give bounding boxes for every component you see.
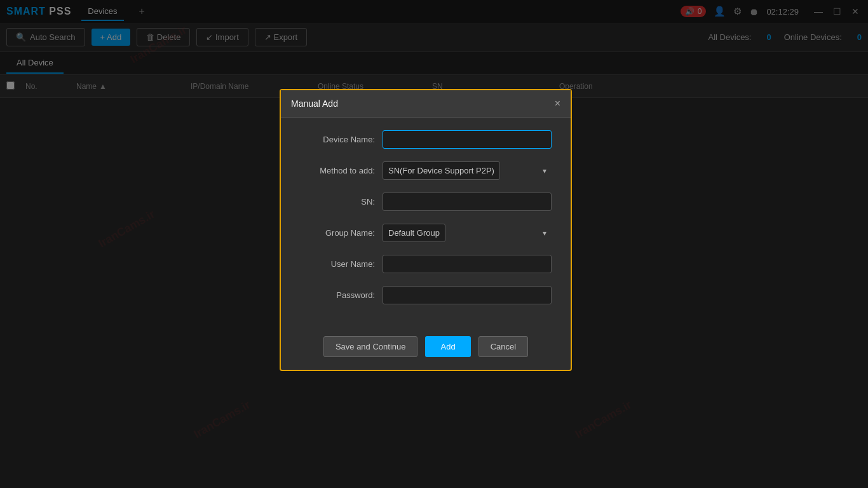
device-name-input[interactable] (383, 130, 552, 149)
cancel-button[interactable]: Cancel (478, 336, 528, 357)
password-label: Password: (300, 290, 383, 300)
group-name-label: Group Name: (300, 228, 383, 238)
sn-label: SN: (300, 197, 383, 207)
password-row: Password: (300, 286, 552, 304)
modal-body: Device Name: Method to add: SN(For Devic… (281, 118, 571, 330)
method-row: Method to add: SN(For Device Support P2P… (300, 161, 552, 180)
modal-footer: Save and Continue Add Cancel (281, 330, 571, 357)
username-input[interactable] (383, 255, 552, 273)
username-row: User Name: (300, 255, 552, 273)
modal-add-button[interactable]: Add (425, 336, 470, 357)
password-input[interactable] (383, 286, 552, 304)
save-continue-button[interactable]: Save and Continue (323, 336, 418, 357)
method-select[interactable]: SN(For Device Support P2P) IP/Domain P2P (383, 161, 500, 180)
sn-input[interactable] (383, 193, 552, 211)
method-label: Method to add: (300, 166, 383, 175)
modal-close-button[interactable]: × (555, 98, 560, 109)
device-name-row: Device Name: (300, 130, 552, 149)
username-label: User Name: (300, 259, 383, 269)
device-name-label: Device Name: (300, 135, 383, 144)
group-select[interactable]: Default Group (383, 224, 445, 242)
manual-add-modal: Manual Add × Device Name: Method to add:… (280, 89, 572, 371)
sn-row: SN: (300, 193, 552, 211)
modal-title: Manual Add (291, 98, 338, 109)
modal-header: Manual Add × (281, 90, 571, 118)
group-name-row: Group Name: Default Group (300, 224, 552, 242)
method-select-wrapper: SN(For Device Support P2P) IP/Domain P2P (383, 161, 552, 180)
group-select-wrapper: Default Group (383, 224, 552, 242)
